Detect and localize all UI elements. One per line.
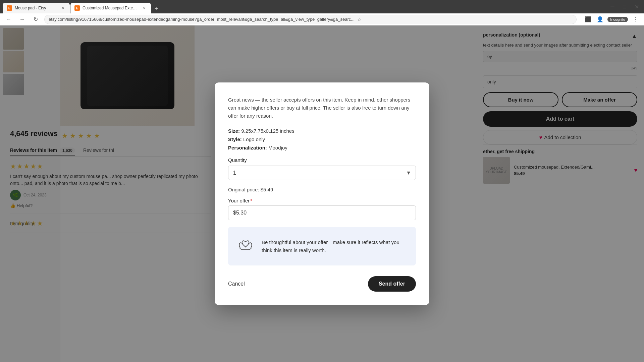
url-bar[interactable]: etsy.com/listing/916715668/customized-mo… xyxy=(44,15,577,24)
tab-2-favicon: E xyxy=(74,5,80,11)
menu-button[interactable]: ⋮ xyxy=(631,15,640,24)
modal-quantity-label: Quantity xyxy=(228,157,416,163)
forward-button[interactable]: → xyxy=(17,15,27,24)
browser-tabs: E Mouse pad - Etsy ✕ E Customized Mousep… xyxy=(3,0,161,13)
reload-button[interactable]: ↻ xyxy=(31,15,40,24)
heart-hands-icon xyxy=(236,235,255,257)
page-background: 4,645 reviews ★ ★ ★ ★ ★ Reviews for this… xyxy=(0,25,644,362)
tab-1-favicon: E xyxy=(7,5,12,11)
modal-size-label: Size: xyxy=(228,128,240,134)
modal-style-label: Style: xyxy=(228,136,242,142)
tab-1-close[interactable]: ✕ xyxy=(60,5,66,11)
thoughtful-text: Be thoughtful about your offer—make sure… xyxy=(262,238,408,254)
profile-button[interactable]: 👤 xyxy=(595,15,605,24)
tab-2-close[interactable]: ✕ xyxy=(142,5,147,11)
modal-footer: Cancel Send offer xyxy=(228,276,416,292)
modal-size-value: 9.25x7.75x0.125 inches xyxy=(241,128,294,134)
cancel-button[interactable]: Cancel xyxy=(228,281,245,287)
offer-label: Your offer* xyxy=(228,198,416,203)
modal-style-row: Style: Logo only xyxy=(228,136,416,142)
address-bar: ← → ↻ etsy.com/listing/916715668/customi… xyxy=(0,13,644,25)
url-icons: ☆ xyxy=(357,17,362,22)
tab-2-title: Customized Mousepad Extended... xyxy=(83,6,139,10)
modal-personalization-value: Moodjoy xyxy=(268,145,287,150)
required-star: * xyxy=(250,198,252,203)
restore-button[interactable]: □ xyxy=(620,2,629,11)
close-window-button[interactable]: ✕ xyxy=(632,2,641,11)
extensions-button[interactable]: ⬛ xyxy=(583,15,593,24)
quantity-select[interactable]: 1 2 3 4 5 xyxy=(228,166,416,180)
send-offer-button[interactable]: Send offer xyxy=(368,276,416,292)
modal-intro-text: Great news — the seller accepts offers o… xyxy=(228,96,416,120)
tab-1[interactable]: E Mouse pad - Etsy ✕ xyxy=(3,3,70,13)
modal-personalization-label: Personalization: xyxy=(228,145,267,150)
browser-actions: ⬛ 👤 Incognito ⋮ xyxy=(583,15,640,24)
browser-chrome: E Mouse pad - Etsy ✕ E Customized Mousep… xyxy=(0,0,644,13)
incognito-badge: Incognito xyxy=(607,17,628,22)
bookmark-icon[interactable]: ☆ xyxy=(357,17,362,22)
make-offer-modal: Great news — the seller accepts offers o… xyxy=(215,82,429,305)
new-tab-button[interactable]: + xyxy=(152,4,161,13)
offer-input[interactable] xyxy=(228,205,416,220)
modal-size-row: Size: 9.25x7.75x0.125 inches xyxy=(228,128,416,134)
modal-personalization-row: Personalization: Moodjoy xyxy=(228,145,416,150)
back-button[interactable]: ← xyxy=(4,15,13,24)
quantity-select-wrapper: 1 2 3 4 5 ▼ xyxy=(228,166,416,180)
minimize-button[interactable]: ─ xyxy=(608,2,617,11)
modal-overlay[interactable]: Great news — the seller accepts offers o… xyxy=(0,25,644,362)
original-price-row: Original price: $5.49 xyxy=(228,187,416,192)
tab-2[interactable]: E Customized Mousepad Extended... ✕ xyxy=(70,3,151,13)
thoughtful-box: Be thoughtful about your offer—make sure… xyxy=(228,227,416,265)
modal-style-value: Logo only xyxy=(243,136,265,142)
tab-1-title: Mouse pad - Etsy xyxy=(15,6,46,10)
url-text: etsy.com/listing/916715668/customized-mo… xyxy=(49,17,355,22)
